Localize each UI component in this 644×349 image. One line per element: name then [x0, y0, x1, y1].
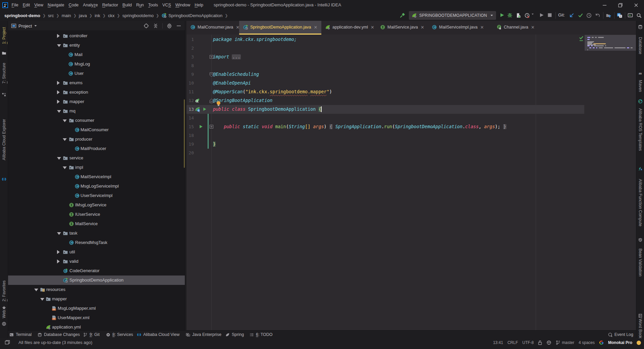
tree-item-service[interactable]: service	[8, 153, 185, 163]
tool-window-button-spring[interactable]: Spring	[225, 331, 244, 339]
tool-stripe-alibaba-ros-templates[interactable]: Alibaba ROS Templates	[636, 108, 644, 151]
tree-item-controller[interactable]: controller	[8, 31, 185, 41]
code-line-19[interactable]: 19}	[186, 140, 584, 149]
breadcrumb-item-ink[interactable]: ink	[95, 13, 100, 18]
run-with-coverage-icon[interactable]	[516, 13, 521, 18]
minimize-button[interactable]	[597, 0, 612, 10]
tree-expand-arrow-icon[interactable]	[57, 90, 60, 94]
code-line-15[interactable]: 15 public static void main(String[] args…	[186, 122, 584, 131]
tool-window-button-terminal[interactable]: Terminal	[9, 331, 32, 339]
tool-stripe-web[interactable]: Web	[0, 310, 8, 318]
menu-edit[interactable]: Edit	[20, 0, 32, 10]
tree-item-mapper[interactable]: mapper	[8, 294, 185, 304]
git-commit-icon[interactable]	[578, 13, 583, 18]
tree-expand-arrow-icon[interactable]	[57, 259, 60, 263]
tree-item-consumer[interactable]: consumer	[8, 116, 185, 125]
code-line-1[interactable]: 1package ink.ckx.springbootdemo;	[186, 35, 584, 44]
tree-scrollbar[interactable]	[184, 99, 185, 168]
breadcrumb-item-java[interactable]: java	[79, 13, 87, 18]
code-line-14[interactable]: 14	[186, 114, 584, 122]
tool-stripe-alibaba-cloud-explorer[interactable]: Alibaba Cloud Explorer	[0, 119, 8, 160]
hide-icon[interactable]	[176, 23, 181, 29]
tree-item-mailproducer[interactable]: MailProducer	[8, 144, 185, 153]
status-widget-color-scheme[interactable]: Monokai Pro	[608, 340, 632, 345]
breadcrumb-item-ckx[interactable]: ckx	[108, 13, 115, 18]
tool-window-button-8-services[interactable]: 8: Services	[106, 331, 133, 339]
editor-tab-springbootdemoapplication-java[interactable]: SpringbootDemoApplication.java✕	[239, 21, 321, 34]
tool-window-button-9-git[interactable]: 9: Git	[83, 331, 100, 339]
tool-window-button-alibaba-cloud-view[interactable]: Alibaba Cloud View	[137, 331, 179, 339]
tree-expand-arrow-icon[interactable]	[57, 250, 60, 254]
inspections-ok-icon[interactable]	[579, 36, 584, 42]
presentation-icon[interactable]	[628, 13, 633, 18]
stop-button-icon[interactable]	[547, 13, 552, 17]
tree-item-mq[interactable]: mq	[8, 106, 185, 116]
profiler-icon[interactable]	[525, 13, 530, 18]
code-line-20[interactable]: 20	[186, 149, 584, 157]
tree-item-mailconsumer[interactable]: MailConsumer	[8, 125, 185, 135]
build-hammer-icon[interactable]	[400, 13, 405, 18]
settings-icon[interactable]	[167, 23, 172, 29]
tree-item-mailservice[interactable]: MailService	[8, 219, 185, 229]
tool-stripe-word-book[interactable]: Word Book	[636, 318, 644, 338]
tool-stripe-alibaba-function-compute[interactable]: Alibaba Function Compute	[636, 179, 644, 226]
tree-item-application-yml[interactable]: application.yml	[8, 322, 185, 330]
code-line-2[interactable]: 2	[186, 44, 584, 53]
tree-collapse-arrow-icon[interactable]	[57, 157, 61, 160]
menu-refactor[interactable]: Refactor	[100, 0, 120, 10]
code-editor[interactable]: 1package ink.ckx.springbootdemo;23import…	[186, 35, 636, 330]
minimap-code-preview[interactable]	[585, 35, 636, 51]
cloud-folder-icon[interactable]	[606, 13, 611, 18]
tool-window-button-database-changes[interactable]: Database Changes	[38, 331, 80, 339]
menu-navigate[interactable]: Navigate	[46, 0, 66, 10]
tree-item-usermapper-xml[interactable]: <>UserMapper.xml	[8, 313, 185, 322]
run-configuration-combo[interactable]: SPRINGBOOTDEMOAPPLICATION	[409, 11, 496, 20]
menu-code[interactable]: Code	[66, 0, 81, 10]
tree-item-mailserviceimpl[interactable]: MailServiceImpl	[8, 172, 185, 182]
collapse-all-icon[interactable]	[153, 23, 158, 29]
code-line-3[interactable]: 3import ...	[186, 53, 584, 61]
project-view-selector[interactable]: Project	[18, 23, 32, 29]
tree-item-springbootdemoapplication[interactable]: SpringbootDemoApplication	[8, 276, 185, 285]
breadcrumb-item-springboot-demo[interactable]: springboot-demo	[4, 13, 40, 18]
tree-item-userserviceimpl[interactable]: UserServiceImpl	[8, 191, 185, 200]
status-widget-notification-dot[interactable]	[637, 341, 641, 345]
tool-stripe-maven[interactable]: Maven	[636, 80, 644, 92]
tab-close-icon[interactable]: ✕	[531, 25, 535, 30]
tree-item-msglog[interactable]: MsgLog	[8, 59, 185, 69]
tab-close-icon[interactable]: ✕	[480, 25, 484, 30]
tree-collapse-arrow-icon[interactable]	[63, 166, 67, 169]
tree-item-resources[interactable]: resources	[8, 285, 185, 294]
status-widget-indent[interactable]: 4 spaces	[579, 340, 595, 345]
code-line-18[interactable]: 18	[186, 131, 584, 140]
breadcrumb-item-main[interactable]: main	[62, 13, 71, 18]
status-message[interactable]: All files are up-to-date (3 minutes ago)	[18, 338, 92, 347]
code-line-12[interactable]: 12@SpringBootApplication	[186, 96, 584, 105]
intention-bulb-icon[interactable]	[216, 101, 221, 106]
status-widget-encoding[interactable]: UTF-8	[522, 340, 534, 345]
tool-window-button-java-enterprise[interactable]: Java Enterprise	[186, 331, 221, 339]
tree-item-util[interactable]: util	[8, 247, 185, 257]
rollback-icon[interactable]	[595, 13, 600, 18]
tool-stripe--project[interactable]: 1: Project	[0, 27, 8, 44]
tree-collapse-arrow-icon[interactable]	[57, 110, 61, 113]
tree-item-msglogserviceimpl[interactable]: MsgLogServiceImpl	[8, 182, 185, 191]
code-line-13[interactable]: 13epublic class SpringbootDemoApplicatio…	[186, 105, 584, 114]
tool-stripe--favorites[interactable]: 2: Favorites	[0, 281, 8, 302]
tree-item-msglogmapper-xml[interactable]: <>MsgLogMapper.xml	[8, 304, 185, 313]
status-widget-line-separator[interactable]: CRLF	[507, 340, 518, 345]
tree-item-user[interactable]: User	[8, 69, 185, 78]
tree-item-entity[interactable]: entity	[8, 41, 185, 50]
tool-stripe-bean-validation[interactable]: Bean Validation	[636, 248, 644, 276]
code-line-9[interactable]: 9@EnableScheduling	[186, 70, 584, 79]
history-icon[interactable]	[586, 13, 592, 18]
tab-close-icon[interactable]: ✕	[371, 25, 374, 30]
tab-close-icon[interactable]: ✕	[314, 25, 317, 30]
breadcrumb-item-springbootdemo[interactable]: springbootdemo	[122, 13, 154, 18]
menu-file[interactable]: File	[9, 0, 20, 10]
run-main-gutter-icon[interactable]	[199, 125, 204, 129]
status-widget-git-branch[interactable]: master	[556, 340, 574, 345]
editor-tab-mailconsumer-java[interactable]: MailConsumer.java✕	[186, 21, 239, 34]
tree-expand-arrow-icon[interactable]	[57, 100, 60, 104]
frame-icon[interactable]	[5, 340, 10, 345]
